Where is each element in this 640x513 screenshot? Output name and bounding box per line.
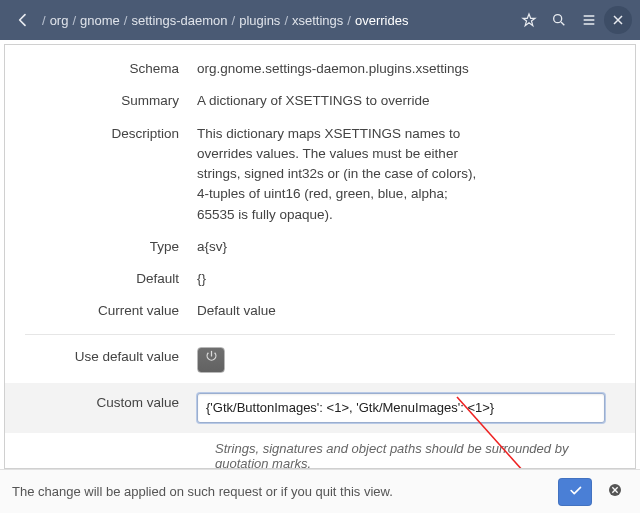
content-panel: Schema org.gnome.settings-daemon.plugins… bbox=[4, 44, 636, 469]
label-custom: Custom value bbox=[25, 393, 197, 423]
value-summary: A dictionary of XSETTINGS to override bbox=[197, 91, 615, 111]
svg-point-0 bbox=[554, 15, 562, 23]
crumb-settings-daemon[interactable]: settings-daemon bbox=[131, 13, 227, 28]
row-description: Description This dictionary maps XSETTIN… bbox=[25, 118, 615, 231]
power-icon bbox=[204, 349, 219, 370]
footer-bar: The change will be applied on such reque… bbox=[0, 469, 640, 513]
use-default-toggle[interactable] bbox=[197, 347, 225, 373]
label-default: Default bbox=[25, 269, 197, 289]
label-description: Description bbox=[25, 124, 197, 225]
close-window-button[interactable] bbox=[604, 6, 632, 34]
label-schema: Schema bbox=[25, 59, 197, 79]
value-default: {} bbox=[197, 269, 615, 289]
breadcrumb: / org / gnome / settings-daemon / plugin… bbox=[42, 13, 514, 28]
label-current: Current value bbox=[25, 301, 197, 321]
row-default: Default {} bbox=[25, 263, 615, 295]
row-current: Current value Default value bbox=[25, 295, 615, 327]
bookmark-button[interactable] bbox=[514, 5, 544, 35]
back-button[interactable] bbox=[8, 5, 38, 35]
crumb-gnome[interactable]: gnome bbox=[80, 13, 120, 28]
row-use-default: Use default value bbox=[25, 334, 615, 379]
dismiss-button[interactable] bbox=[602, 479, 628, 505]
search-button[interactable] bbox=[544, 5, 574, 35]
label-summary: Summary bbox=[25, 91, 197, 111]
menu-button[interactable] bbox=[574, 5, 604, 35]
header-bar: / org / gnome / settings-daemon / plugin… bbox=[0, 0, 640, 40]
apply-button[interactable] bbox=[558, 478, 592, 506]
crumb-overrides[interactable]: overrides bbox=[355, 13, 408, 28]
value-type: a{sv} bbox=[197, 237, 615, 257]
custom-value-input[interactable] bbox=[197, 393, 605, 423]
footer-message: The change will be applied on such reque… bbox=[12, 484, 558, 499]
value-description: This dictionary maps XSETTINGS names to … bbox=[197, 124, 497, 225]
custom-value-hint: Strings, signatures and object paths sho… bbox=[5, 433, 635, 470]
crumb-plugins[interactable]: plugins bbox=[239, 13, 280, 28]
value-current: Default value bbox=[197, 301, 615, 321]
row-summary: Summary A dictionary of XSETTINGS to ove… bbox=[25, 85, 615, 117]
crumb-xsettings[interactable]: xsettings bbox=[292, 13, 343, 28]
row-custom-value: Custom value bbox=[5, 383, 635, 433]
row-schema: Schema org.gnome.settings-daemon.plugins… bbox=[25, 53, 615, 85]
label-type: Type bbox=[25, 237, 197, 257]
row-type: Type a{sv} bbox=[25, 231, 615, 263]
check-icon bbox=[568, 483, 583, 501]
close-icon bbox=[607, 482, 623, 501]
value-schema: org.gnome.settings-daemon.plugins.xsetti… bbox=[197, 59, 615, 79]
crumb-org[interactable]: org bbox=[50, 13, 69, 28]
label-use-default: Use default value bbox=[25, 347, 197, 373]
